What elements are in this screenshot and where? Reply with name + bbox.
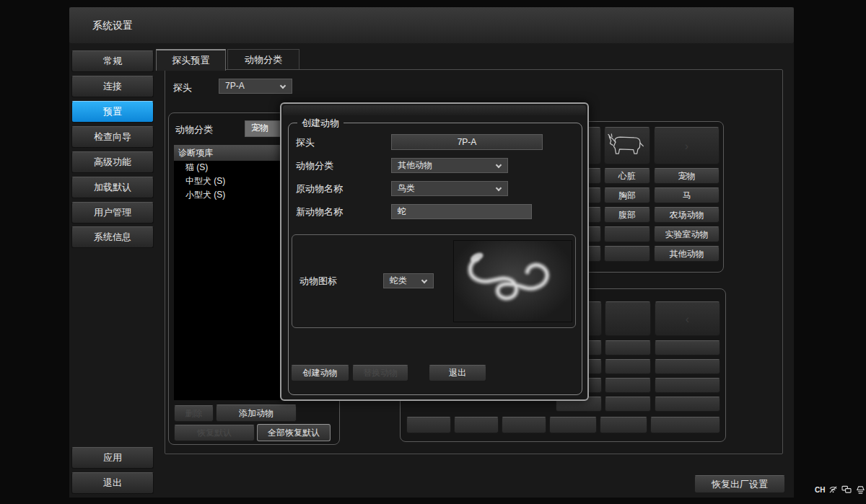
empty-preset-button[interactable]	[549, 417, 597, 433]
window-titlebar: 系统设置	[69, 7, 794, 43]
chevron-down-icon	[421, 278, 427, 283]
sidebar-item-label: 检查向导	[94, 131, 131, 142]
category-select-value: 宠物	[251, 123, 268, 133]
dialog-probe-value: 7P-A	[391, 134, 543, 150]
sidebar-item-user-management[interactable]: 用户管理	[71, 202, 154, 224]
add-animal-button[interactable]: 添加动物	[216, 404, 297, 422]
empty-preset-button[interactable]	[655, 340, 720, 355]
empty-preset-button[interactable]	[454, 417, 499, 433]
dialog-probe-label: 探头	[296, 136, 315, 149]
status-bar: CH	[815, 482, 865, 497]
device-status-icon	[855, 485, 865, 494]
page-title: 系统设置	[92, 19, 133, 31]
dialog-create-button[interactable]: 创建动物	[291, 365, 349, 381]
settings-window: 系统设置 常规 连接 预置 检查向导 高级功能 加载默认 用户管理 系统信息 应…	[69, 7, 794, 498]
snake-image	[454, 241, 572, 322]
sidebar-item-preset[interactable]: 预置	[71, 101, 154, 123]
category-button-pet[interactable]: 宠物	[654, 168, 720, 184]
dialog-source-name-select[interactable]: 鸟类	[391, 181, 508, 196]
anatomy-button-abdomen[interactable]: 腹部	[604, 207, 650, 223]
tab-label: 探头预置	[172, 55, 210, 66]
sidebar-item-general[interactable]: 常规	[71, 50, 154, 72]
prev-page-button[interactable]: ‹	[655, 301, 720, 336]
next-page-button[interactable]: ›	[654, 127, 720, 164]
empty-preset-button[interactable]	[604, 226, 650, 242]
probe-select-value: 7P-A	[225, 81, 245, 91]
category-button-horse[interactable]: 马	[654, 187, 720, 203]
exit-button[interactable]: 退出	[71, 472, 154, 494]
empty-preset-button[interactable]	[605, 378, 651, 393]
screen: 系统设置 常规 连接 预置 检查向导 高级功能 加载默认 用户管理 系统信息 应…	[0, 0, 866, 504]
category-label: 动物分类	[175, 123, 213, 136]
tab-label: 动物分类	[245, 54, 282, 65]
chevron-down-icon	[496, 162, 502, 168]
sidebar-item-system-info[interactable]: 系统信息	[71, 226, 154, 248]
dialog-category-value: 其他动物	[398, 160, 432, 170]
cow-image-button[interactable]	[604, 127, 650, 164]
dialog-replace-button[interactable]: 替换动物	[352, 365, 408, 381]
sidebar-item-label: 高级功能	[94, 156, 131, 167]
apply-button[interactable]: 应用	[71, 447, 154, 469]
dialog-titlebar[interactable]	[283, 105, 586, 115]
empty-preset-button[interactable]	[605, 397, 651, 412]
restore-default-button[interactable]: 恢复默认	[174, 425, 255, 441]
sidebar-item-exam-wizard[interactable]: 检查向导	[71, 126, 154, 148]
sidebar-item-label: 预置	[103, 106, 122, 117]
exit-label: 退出	[103, 477, 122, 488]
anatomy-button-chest[interactable]: 胸部	[604, 187, 650, 203]
dialog-new-name-input[interactable]: 蛇	[391, 204, 532, 219]
sidebar-item-label: 加载默认	[94, 182, 131, 193]
dialog-category-select[interactable]: 其他动物	[391, 158, 508, 173]
anatomy-button-heart[interactable]: 心脏	[604, 168, 650, 184]
sidebar-item-label: 用户管理	[94, 207, 131, 218]
empty-preset-button[interactable]	[406, 417, 451, 433]
empty-preset-button[interactable]	[655, 378, 720, 393]
probe-select[interactable]: 7P-A	[219, 79, 292, 94]
dialog-source-name-label: 原动物名称	[296, 182, 343, 195]
empty-preset-button[interactable]	[600, 417, 647, 433]
empty-preset-button[interactable]	[605, 359, 651, 374]
empty-preset-button[interactable]	[604, 246, 650, 262]
dialog-new-name-label: 新动物名称	[296, 205, 343, 218]
animal-icon-group: 动物图标 蛇类	[292, 234, 576, 328]
dual-display-icon	[841, 485, 852, 494]
sidebar-item-label: 常规	[103, 56, 122, 66]
empty-preset-button[interactable]	[605, 340, 651, 355]
sidebar-item-label: 连接	[103, 81, 122, 92]
empty-preset-button[interactable]	[655, 359, 720, 374]
language-indicator[interactable]: CH	[815, 486, 825, 494]
chevron-down-icon	[496, 185, 502, 191]
cow-outline-icon	[605, 128, 650, 164]
animal-image-button[interactable]	[605, 301, 651, 336]
category-button-other-animal[interactable]: 其他动物	[654, 246, 720, 262]
animal-icon-preview	[453, 240, 572, 322]
sidebar-item-advanced[interactable]: 高级功能	[71, 151, 154, 173]
animal-icon-value: 蛇类	[390, 275, 407, 286]
animal-icon-select[interactable]: 蛇类	[383, 273, 434, 288]
sidebar-item-connection[interactable]: 连接	[71, 76, 154, 97]
category-button-farm-animal[interactable]: 农场动物	[654, 207, 720, 223]
probe-label: 探头	[173, 81, 192, 94]
tab-probe-preset[interactable]: 探头预置	[156, 49, 226, 71]
prev-page-arrow-icon: ‹	[686, 313, 689, 325]
apply-label: 应用	[103, 452, 122, 463]
wifi-off-icon	[828, 485, 838, 494]
delete-animal-button[interactable]: 删除	[174, 405, 214, 422]
dialog-category-label: 动物分类	[296, 159, 333, 172]
empty-preset-button[interactable]	[502, 417, 546, 433]
sidebar-item-label: 系统信息	[94, 231, 131, 242]
tab-animal-category[interactable]: 动物分类	[227, 49, 299, 71]
restore-all-default-button[interactable]: 全部恢复默认	[257, 424, 331, 441]
factory-reset-button[interactable]: 恢复出厂设置	[694, 475, 785, 493]
create-animal-dialog: 创建动物 探头 7P-A 动物分类 其他动物 原动物名称 鸟类 新动物名称 蛇 …	[280, 102, 589, 401]
dialog-group-title: 创建动物	[297, 117, 344, 130]
dialog-source-name-value: 鸟类	[398, 183, 415, 193]
sidebar-item-load-default[interactable]: 加载默认	[71, 177, 154, 198]
dialog-exit-button[interactable]: 退出	[429, 365, 486, 381]
empty-preset-button[interactable]	[650, 417, 720, 433]
create-animal-group: 创建动物 探头 7P-A 动物分类 其他动物 原动物名称 鸟类 新动物名称 蛇 …	[288, 123, 582, 395]
next-page-arrow-icon: ›	[685, 140, 688, 152]
empty-preset-button[interactable]	[655, 397, 720, 412]
chevron-down-icon	[280, 83, 286, 89]
category-button-lab-animal[interactable]: 实验室动物	[654, 226, 720, 242]
